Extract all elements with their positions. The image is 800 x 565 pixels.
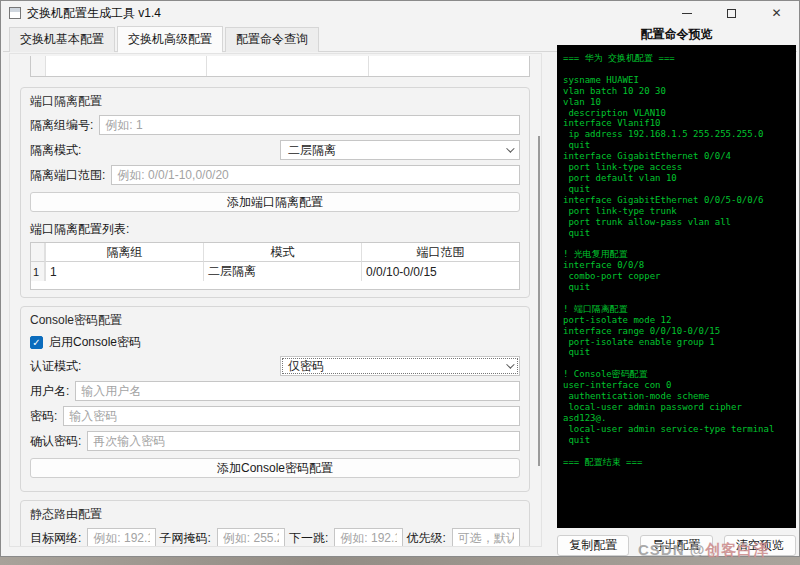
- add-console-password-button[interactable]: 添加Console密码配置: [30, 458, 520, 478]
- copy-config-button[interactable]: 复制配置: [557, 535, 629, 556]
- tab-2[interactable]: 配置命令查询: [225, 27, 319, 52]
- maximize-icon: [727, 9, 736, 18]
- column-header: 端口范围: [361, 243, 519, 262]
- advanced-config-scroll-area[interactable]: 端口隔离配置 隔离组编号: 隔离模式: 二层隔离 隔离端口范围: 添加端口隔离: [9, 53, 542, 547]
- app-icon: [9, 7, 21, 19]
- chevron-down-icon: [506, 360, 514, 368]
- add-port-isolation-button[interactable]: 添加端口隔离配置: [30, 192, 520, 212]
- row-gutter: [31, 243, 45, 262]
- subnet-mask-input[interactable]: [217, 528, 285, 547]
- table-cell: 1: [45, 262, 203, 281]
- window-title: 交换机配置生成工具 v1.4: [27, 5, 161, 22]
- table-empty-area: [31, 281, 519, 289]
- port-isolation-section: 端口隔离配置 隔离组编号: 隔离模式: 二层隔离 隔离端口范围: 添加端口隔离: [20, 87, 530, 298]
- table-cell: 0/0/10-0/0/15: [361, 262, 519, 281]
- console-password-section: Console密码配置 ✓ 启用Console密码 认证模式: 仅密码 用户名:: [20, 306, 530, 492]
- isolation-mode-select[interactable]: 二层隔离: [280, 140, 520, 160]
- username-label: 用户名:: [30, 383, 69, 400]
- isolation-mode-value: 二层隔离: [288, 142, 336, 159]
- maximize-button[interactable]: [709, 1, 754, 25]
- watermark-prefix: CSDN @: [638, 541, 705, 558]
- close-button[interactable]: ✕: [754, 1, 799, 25]
- isolation-range-label: 隔离端口范围:: [30, 167, 105, 184]
- password-input[interactable]: [63, 406, 520, 426]
- isolation-mode-label: 隔离模式:: [30, 142, 81, 159]
- static-route-section: 静态路由配置 目标网络: 子网掩码: 下一跳: 优先级: 添加静态路由 静态路由…: [20, 500, 530, 547]
- auth-mode-value: 仅密码: [288, 358, 324, 375]
- isolation-list-label: 端口隔离配置列表:: [30, 221, 520, 238]
- enable-console-checkbox[interactable]: ✓: [30, 336, 43, 349]
- priority-label: 优先级:: [407, 530, 446, 547]
- partial-table: [30, 56, 530, 77]
- confirm-password-input[interactable]: [87, 431, 520, 451]
- isolation-group-label: 隔离组编号:: [30, 117, 93, 134]
- close-icon: ✕: [771, 6, 781, 20]
- tab-1[interactable]: 交换机高级配置: [117, 26, 223, 52]
- scrolled-out-section-partial: [20, 56, 530, 80]
- section-title: Console密码配置: [30, 312, 520, 329]
- enable-console-label: 启用Console密码: [49, 334, 141, 351]
- watermark-name: 创客白泽: [705, 541, 769, 558]
- auth-mode-label: 认证模式:: [30, 358, 81, 375]
- column-header: 模式: [203, 243, 361, 262]
- tab-0[interactable]: 交换机基本配置: [9, 27, 115, 52]
- isolation-group-input[interactable]: [99, 115, 520, 135]
- column-header: 隔离组: [45, 243, 203, 262]
- next-hop-label: 下一跳:: [289, 530, 328, 547]
- table-cell: 二层隔离: [203, 262, 361, 281]
- dest-network-input[interactable]: [87, 528, 155, 547]
- tab-bar: 交换机基本配置交换机高级配置配置命令查询: [9, 29, 321, 52]
- vertical-scrollbar[interactable]: [538, 136, 540, 466]
- table-row[interactable]: 11二层隔离0/0/10-0/0/15: [31, 262, 519, 281]
- chevron-down-icon: [506, 144, 514, 152]
- confirm-password-label: 确认密码:: [30, 433, 81, 450]
- minimize-icon: [682, 13, 692, 14]
- port-isolation-table[interactable]: 隔离组模式端口范围11二层隔离0/0/10-0/0/15: [30, 242, 520, 290]
- auth-mode-select[interactable]: 仅密码: [280, 356, 520, 376]
- row-number: 1: [31, 262, 45, 281]
- dest-network-label: 目标网络:: [30, 530, 81, 547]
- isolation-range-input[interactable]: [111, 165, 520, 185]
- next-hop-input[interactable]: [334, 528, 402, 547]
- minimize-button[interactable]: [664, 1, 709, 25]
- config-preview-panel: 配置命令预览 === 华为 交换机配置 === sysname HUAWEI v…: [557, 25, 796, 557]
- username-input[interactable]: [75, 381, 520, 401]
- priority-input[interactable]: [452, 528, 520, 547]
- app-window: 交换机配置生成工具 v1.4 ✕ 交换机基本配置交换机高级配置配置命令查询 端口…: [0, 0, 800, 557]
- title-bar[interactable]: 交换机配置生成工具 v1.4 ✕: [1, 1, 799, 25]
- terminal-output[interactable]: === 华为 交换机配置 === sysname HUAWEI vlan bat…: [557, 45, 796, 528]
- password-label: 密码:: [30, 408, 57, 425]
- preview-title: 配置命令预览: [557, 25, 796, 45]
- section-title: 端口隔离配置: [30, 93, 520, 110]
- subnet-mask-label: 子网掩码:: [160, 530, 211, 547]
- section-title: 静态路由配置: [30, 506, 520, 523]
- watermark: CSDN @创客白泽: [638, 541, 769, 560]
